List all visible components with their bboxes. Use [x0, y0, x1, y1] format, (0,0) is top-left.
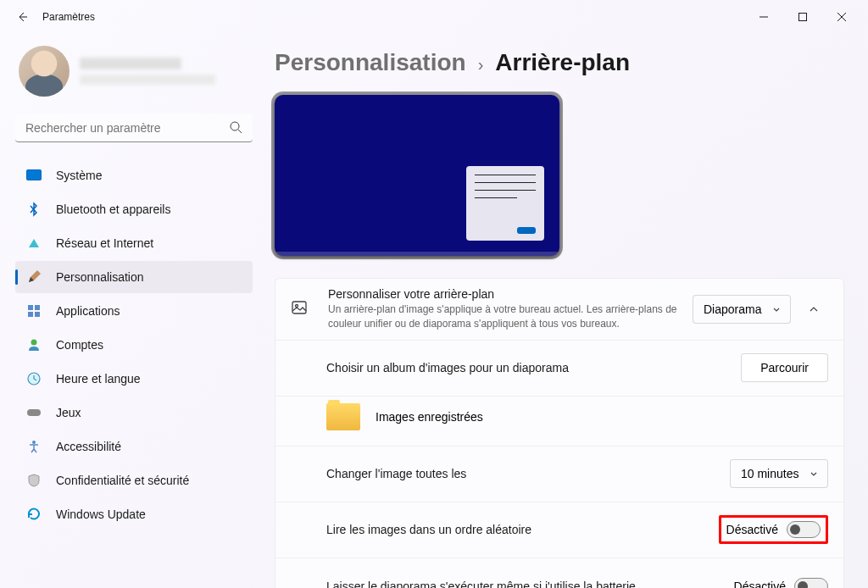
battery-toggle[interactable] — [794, 578, 828, 588]
accounts-icon — [25, 336, 42, 353]
dropdown-value: 10 minutes — [741, 467, 798, 480]
nav-label: Windows Update — [56, 508, 146, 521]
nav-label: Jeux — [56, 406, 81, 419]
svg-rect-4 — [27, 170, 42, 180]
svg-rect-7 — [28, 312, 33, 317]
nav-time-language[interactable]: Heure et langue — [15, 363, 253, 395]
image-icon — [291, 299, 309, 319]
search-box — [15, 114, 253, 142]
collapse-toggle[interactable] — [799, 295, 828, 324]
chevron-up-icon — [808, 303, 820, 315]
row-title: Changer l'image toutes les — [326, 467, 730, 480]
chevron-down-icon — [809, 469, 819, 479]
preview-window — [466, 166, 544, 241]
row-desc: Un arrière-plan d'image s'applique à vot… — [328, 302, 693, 331]
apps-icon — [25, 302, 42, 319]
desktop-preview — [275, 95, 559, 256]
update-icon — [25, 506, 42, 523]
network-icon — [25, 235, 42, 252]
battery-row: Laisser le diaporama s'exécuter même si … — [275, 558, 843, 588]
row-title: Choisir un album d'images pour un diapor… — [326, 361, 741, 374]
toggle-state: Désactivé — [726, 523, 778, 536]
choose-album-row: Choisir un album d'images pour un diapor… — [275, 341, 843, 397]
svg-rect-1 — [799, 14, 807, 21]
sidebar: Système Bluetooth et appareils Réseau et… — [0, 34, 263, 588]
profile-section[interactable] — [15, 46, 253, 97]
avatar — [19, 46, 70, 97]
personalize-background-row[interactable]: Personnaliser votre arrière-plan Un arri… — [275, 279, 843, 341]
nav-label: Système — [56, 169, 102, 182]
nav-label: Applications — [56, 304, 120, 318]
breadcrumb-current: Arrière-plan — [495, 49, 630, 76]
nav-label: Comptes — [56, 338, 103, 352]
system-icon — [25, 167, 42, 184]
gaming-icon — [25, 404, 42, 421]
close-icon — [837, 13, 846, 21]
minimize-button[interactable] — [744, 3, 783, 31]
close-button[interactable] — [822, 3, 861, 31]
toggle-state: Désactivé — [734, 580, 786, 588]
svg-line-3 — [238, 130, 242, 133]
nav-windows-update[interactable]: Windows Update — [15, 498, 253, 530]
profile-name — [80, 58, 181, 69]
interval-dropdown[interactable]: 10 minutes — [730, 459, 828, 488]
nav-accounts[interactable]: Comptes — [15, 329, 253, 361]
svg-rect-6 — [35, 305, 40, 310]
change-interval-row: Changer l'image toutes les 10 minutes — [275, 447, 843, 502]
breadcrumb-separator: › — [478, 55, 484, 75]
svg-point-2 — [231, 122, 239, 130]
nav-accessibility[interactable]: Accessibilité — [15, 430, 253, 463]
svg-rect-5 — [28, 305, 33, 310]
row-title: Personnaliser votre arrière-plan — [328, 287, 693, 301]
maximize-button[interactable] — [783, 3, 822, 31]
nav-label: Bluetooth et appareils — [56, 202, 170, 216]
chevron-down-icon — [771, 304, 782, 314]
breadcrumb: Personnalisation › Arrière-plan — [275, 49, 844, 76]
app-title: Paramètres — [42, 11, 95, 23]
nav-label: Accessibilité — [56, 440, 121, 453]
window-controls — [744, 3, 861, 31]
nav-applications[interactable]: Applications — [15, 295, 253, 327]
nav-privacy[interactable]: Confidentialité et sécurité — [15, 464, 253, 496]
folder-icon — [326, 403, 360, 430]
personalization-icon — [25, 269, 42, 286]
time-icon — [25, 370, 42, 387]
svg-rect-8 — [35, 312, 40, 317]
svg-rect-13 — [292, 302, 306, 313]
nav-system[interactable]: Système — [15, 159, 253, 191]
shuffle-toggle[interactable] — [787, 521, 821, 538]
nav-label: Confidentialité et sécurité — [56, 474, 189, 487]
back-button[interactable] — [7, 2, 37, 32]
browse-button[interactable]: Parcourir — [741, 353, 828, 382]
nav-label: Réseau et Internet — [56, 236, 153, 250]
settings-card: Personnaliser votre arrière-plan Un arri… — [275, 278, 844, 588]
nav-bluetooth[interactable]: Bluetooth et appareils — [15, 193, 253, 225]
svg-point-14 — [296, 304, 298, 307]
folder-name: Images enregistrées — [376, 410, 483, 424]
row-title: Lire les images dans un ordre aléatoire — [326, 523, 719, 536]
shield-icon — [25, 472, 42, 489]
svg-point-12 — [32, 441, 36, 444]
svg-point-9 — [31, 340, 37, 346]
highlight-annotation: Désactivé — [719, 515, 828, 544]
nav-label: Personnalisation — [56, 270, 144, 284]
album-folder-row[interactable]: Images enregistrées — [275, 397, 843, 447]
minimize-icon — [760, 13, 768, 21]
background-type-dropdown[interactable]: Diaporama — [693, 295, 791, 324]
nav-label: Heure et langue — [56, 372, 141, 386]
bluetooth-icon — [25, 201, 42, 218]
search-input[interactable] — [15, 114, 253, 142]
arrow-left-icon — [15, 10, 29, 24]
profile-email — [80, 75, 215, 85]
svg-rect-11 — [27, 409, 41, 416]
nav-personalization[interactable]: Personnalisation — [15, 261, 253, 293]
nav-network[interactable]: Réseau et Internet — [15, 227, 253, 259]
breadcrumb-parent[interactable]: Personnalisation — [275, 49, 466, 76]
nav-list: Système Bluetooth et appareils Réseau et… — [15, 159, 253, 530]
main-content: Personnalisation › Arrière-plan Personna… — [263, 34, 868, 588]
nav-gaming[interactable]: Jeux — [15, 397, 253, 429]
search-icon — [230, 121, 242, 137]
accessibility-icon — [25, 438, 42, 455]
shuffle-row: Lire les images dans un ordre aléatoire … — [275, 502, 843, 558]
maximize-icon — [798, 13, 807, 21]
